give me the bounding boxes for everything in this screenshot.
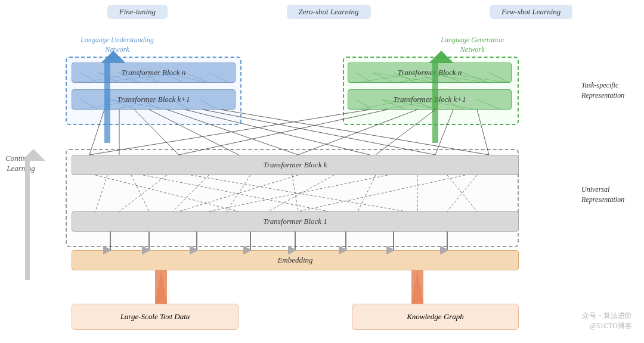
transformer-block-blue-k1: Transformer Block k+1 [72,89,236,110]
transformer-block-grey-k: Transformer Block k [72,155,519,175]
fine-tuning-label: Fine-tuning [107,5,168,19]
transformer-block-green-n: Transformer Block n [348,63,512,83]
svg-marker-4 [25,161,30,280]
svg-rect-46 [155,270,167,304]
top-labels: Fine-tuning Zero-shot Learning Few-shot … [48,5,632,19]
transformer-block-green-k1: Transformer Block k+1 [348,89,512,110]
main-container: Fine-tuning Zero-shot Learning Few-shot … [0,0,644,343]
task-representation-label: Task-specificRepresentation [581,80,635,101]
transformer-block-blue-n: Transformer Block n [72,63,236,83]
embedding-block: Embedding [72,250,519,270]
watermark: 众号・算法进阶 @51CTO博客 [582,311,632,331]
svg-marker-45 [155,270,167,304]
few-shot-label: Few-shot Learning [490,5,572,19]
watermark-line1: 众号・算法进阶 [582,311,632,321]
continual-learning-label: ContinualLearning [0,154,42,174]
svg-rect-48 [411,270,423,304]
blue-network-label: Language UnderstandingNetwork [80,36,154,54]
zero-shot-label: Zero-shot Learning [287,5,371,19]
green-network-label: Language GenerationNetwork [441,36,504,54]
text-data-box: Large-Scale Text Data [72,304,239,330]
svg-marker-47 [411,270,423,304]
watermark-line2: @51CTO博客 [582,321,632,331]
knowledge-graph-box: Knowledge Graph [352,304,519,330]
universal-representation-label: UniversalRepresentation [581,185,635,205]
transformer-block-grey-1: Transformer Block 1 [72,211,519,232]
